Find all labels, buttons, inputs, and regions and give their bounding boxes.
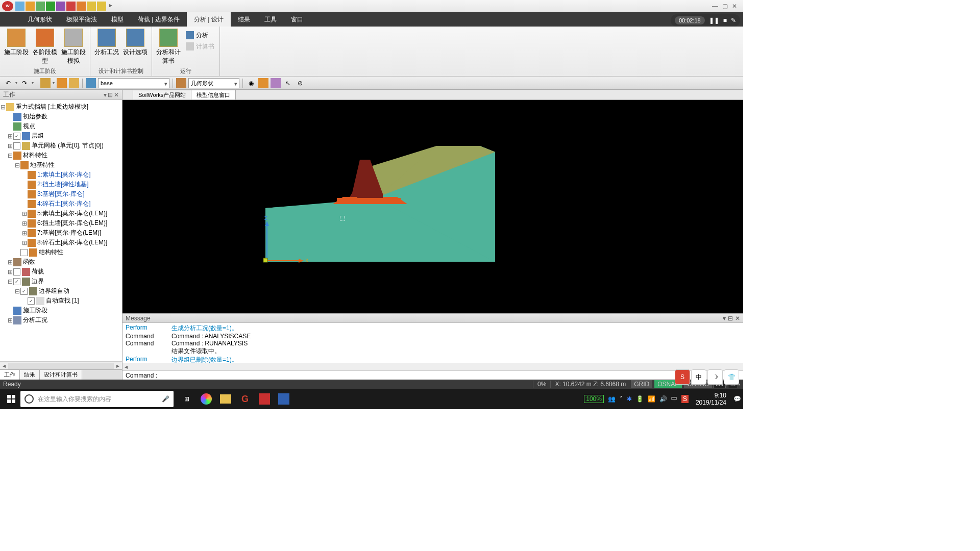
menu-result[interactable]: 结果 (231, 12, 257, 27)
tree-item[interactable]: 5:素填土[莫尔-库仑(LEM)] (37, 209, 107, 218)
command-line[interactable]: Command : (122, 370, 743, 380)
tb-icon[interactable] (271, 78, 281, 88)
sidebar-hscroll[interactable]: ◂▸ (0, 361, 122, 369)
ribbon-btn-analysis-case[interactable]: 分析工况 (93, 28, 120, 57)
tree-item[interactable]: 4:碎石土[莫尔-库仑] (37, 199, 91, 208)
ribbon-btn-analysis[interactable]: 分析 (184, 30, 216, 41)
tray-power-icon[interactable]: 🔋 (636, 395, 644, 403)
tb-icon[interactable]: ⊘ (295, 78, 305, 88)
qat-icon[interactable] (77, 2, 86, 11)
close-icon[interactable]: ✕ (114, 91, 119, 98)
tree-item[interactable]: 2:挡土墙[弹性地基] (37, 180, 89, 189)
ime-btn[interactable]: 中 (691, 369, 706, 385)
qat-undo-icon[interactable] (36, 2, 45, 11)
ribbon-btn-run-analysis[interactable]: 分析和计算书 (155, 28, 182, 65)
tree-item[interactable]: 荷载 (32, 267, 44, 276)
tray-icon[interactable]: S (681, 395, 689, 403)
tree-item[interactable]: 施工阶段 (23, 306, 47, 315)
tree-item[interactable]: 视点 (23, 122, 35, 131)
ime-btn[interactable]: 👕 (724, 369, 739, 385)
taskbar-app-icon[interactable] (257, 392, 272, 406)
tb-select-mode[interactable]: 几何形状 (188, 78, 239, 88)
maximize-button[interactable]: ▢ (722, 3, 728, 10)
start-button[interactable] (2, 391, 20, 407)
sidebar-tab-design[interactable]: 设计和计算书 (40, 370, 82, 380)
message-body[interactable]: Perform生成分析工况(数量=1)。 CommandCommand : AN… (122, 323, 743, 363)
stop-icon[interactable]: ■ (723, 17, 727, 24)
tree-item[interactable]: 8:碎石土[莫尔-库仑(LEM)] (37, 238, 107, 247)
menu-model[interactable]: 模型 (104, 12, 131, 27)
dropdown-icon[interactable]: ▾ (104, 91, 107, 98)
tree-item[interactable]: 7:基岩[莫尔-库仑(LEM)] (37, 229, 101, 237)
tb-icon[interactable] (57, 78, 67, 88)
qat-save-icon[interactable] (15, 2, 24, 11)
ribbon-btn-design-option[interactable]: 设计选项 (122, 28, 149, 57)
menu-load-bc[interactable]: 荷载 | 边界条件 (131, 12, 187, 27)
taskbar-app-icon[interactable] (199, 392, 213, 406)
qat-icon[interactable] (26, 2, 35, 11)
tb-icon[interactable]: ◉ (246, 78, 256, 88)
viewport-3d[interactable]: z x ⬚ (122, 100, 743, 313)
ribbon-btn-construction-stage[interactable]: 施工阶段 (3, 28, 30, 57)
tray-wifi-icon[interactable]: 📶 (648, 395, 655, 403)
tree-root[interactable]: 重力式挡墙 [土质边坡模块] (16, 103, 88, 111)
ribbon-btn-report[interactable]: 计算书 (184, 41, 216, 52)
menu-window[interactable]: 窗口 (284, 12, 310, 27)
tb-icon[interactable] (258, 78, 268, 88)
tree-item[interactable]: 分析工况 (23, 316, 47, 324)
tree-item[interactable]: 1:素填土[莫尔-库仑] (37, 170, 91, 179)
tray-icon[interactable]: 👥 (608, 395, 616, 403)
tray-battery[interactable]: 100% (584, 395, 604, 403)
tb-undo-icon[interactable]: ↶ (3, 78, 13, 88)
tray-up-icon[interactable]: ˄ (620, 395, 623, 403)
taskbar-clock[interactable]: 9:10 2019/11/24 (696, 392, 726, 407)
doc-tab-model-info[interactable]: 模型信息窗口 (191, 90, 236, 99)
close-icon[interactable]: ✕ (735, 315, 740, 322)
message-hscroll[interactable]: ◂ (122, 363, 743, 370)
tree-item[interactable]: 3:基岩[莫尔-库仑] (37, 190, 85, 198)
tb-icon[interactable] (86, 78, 96, 88)
tree-item[interactable]: 单元网格 (单元[0], 节点[0]) (32, 141, 104, 150)
tree-item[interactable]: 6:挡土墙[莫尔-库仑(LEM)] (37, 219, 107, 228)
taskbar-app-icon[interactable]: G (238, 392, 252, 406)
tree-item[interactable]: 初始参数 (23, 112, 47, 121)
status-grid[interactable]: GRID (631, 380, 652, 388)
tray-ime-icon[interactable]: 中 (671, 395, 677, 404)
menu-geometry[interactable]: 几何形状 (20, 12, 59, 27)
qat-icon[interactable] (66, 2, 76, 11)
tree-item[interactable]: 结构特性 (39, 248, 63, 257)
edit-icon[interactable]: ✎ (731, 17, 736, 24)
minimize-button[interactable]: — (712, 3, 718, 10)
menu-tools[interactable]: 工具 (257, 12, 284, 27)
pin-icon[interactable]: ⊟ (108, 91, 113, 98)
taskbar-search[interactable]: 在这里输入你要搜索的内容 🎤 (20, 391, 174, 407)
qat-icon[interactable] (87, 2, 96, 11)
tb-icon[interactable] (40, 78, 51, 88)
explorer-icon[interactable] (218, 392, 233, 406)
menu-lem[interactable]: 极限平衡法 (59, 12, 104, 27)
tb-redo-icon[interactable]: ↷ (19, 78, 30, 88)
tree-item[interactable]: 层组 (32, 132, 44, 140)
tb-icon[interactable]: ↖ (283, 78, 293, 88)
tb-select-layer[interactable]: base (98, 78, 169, 88)
ribbon-btn-stage-simulate[interactable]: 施工阶段模拟 (60, 28, 87, 65)
notifications-icon[interactable]: 💬 (733, 395, 741, 403)
task-view-icon[interactable]: ⊞ (180, 392, 194, 406)
pin-icon[interactable]: ⊟ (728, 315, 733, 322)
tree-item[interactable]: 函数 (23, 258, 35, 266)
mic-icon[interactable]: 🎤 (162, 395, 169, 403)
tray-icon[interactable]: ✱ (627, 395, 632, 403)
qat-icon[interactable] (56, 2, 65, 11)
qat-icon[interactable] (97, 2, 106, 11)
tb-icon[interactable] (176, 78, 186, 88)
doc-tab-website[interactable]: SoilWorks产品网站 (133, 90, 191, 99)
tb-icon[interactable] (69, 78, 79, 88)
ime-btn[interactable]: ☽ (707, 369, 723, 385)
tree-item[interactable]: 边界 (32, 277, 44, 286)
ime-btn[interactable]: S (675, 369, 690, 385)
tree-item[interactable]: 边界组自动 (39, 287, 69, 295)
dropdown-icon[interactable]: ▾ (723, 315, 726, 322)
pause-icon[interactable]: ❚❚ (709, 17, 719, 24)
tree-item[interactable]: 材料特性 (23, 151, 47, 160)
sidebar-tab-result[interactable]: 结果 (20, 370, 40, 380)
